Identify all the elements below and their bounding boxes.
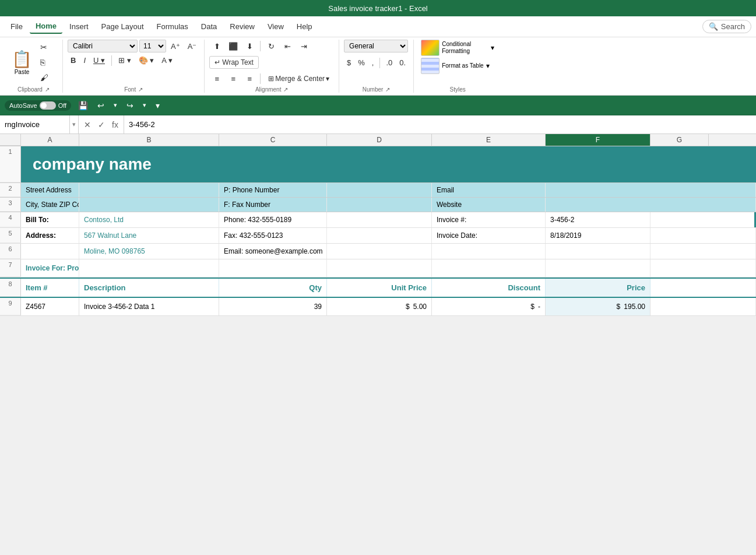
cell-b2[interactable] xyxy=(79,183,219,197)
menu-formulas[interactable]: Formulas xyxy=(151,20,194,33)
undo-button[interactable]: ↩ xyxy=(95,100,107,111)
fill-color-button[interactable]: 🎨 ▾ xyxy=(136,55,157,66)
cell-a6[interactable] xyxy=(21,244,79,259)
decrease-decimal-button[interactable]: 0. xyxy=(396,57,409,68)
align-middle-button[interactable]: ⬛ xyxy=(226,40,241,52)
cancel-formula-button[interactable]: ✕ xyxy=(82,119,93,131)
underline-button[interactable]: U ▾ xyxy=(90,55,108,66)
cell-b7[interactable] xyxy=(79,259,219,277)
cell-f3[interactable] xyxy=(546,198,756,212)
cell-a5[interactable]: Address: xyxy=(21,228,79,243)
cell-g6[interactable] xyxy=(650,244,756,259)
cell-b3[interactable] xyxy=(79,198,219,212)
number-expand-icon[interactable]: ↗ xyxy=(385,86,390,93)
redo-button[interactable]: ↪ xyxy=(124,100,136,111)
menu-home[interactable]: Home xyxy=(30,19,62,34)
increase-decimal-button[interactable]: .0 xyxy=(383,57,395,68)
number-format-select[interactable]: General xyxy=(344,40,408,52)
cell-c9-qty[interactable]: 39 xyxy=(219,298,327,315)
cell-d7[interactable] xyxy=(327,259,432,277)
format-painter-button[interactable]: 🖌 xyxy=(37,71,58,84)
table-header-qty[interactable]: Qty xyxy=(219,279,327,297)
col-header-c[interactable]: C xyxy=(219,134,327,146)
cell-a3[interactable]: City, State ZIP Code xyxy=(21,198,79,212)
customize-quick-access-button[interactable]: ▾ xyxy=(153,100,162,111)
col-header-f[interactable]: F xyxy=(546,134,650,146)
cell-e5[interactable]: Invoice Date: xyxy=(432,228,546,243)
cell-d3[interactable] xyxy=(327,198,432,212)
insert-function-button[interactable]: fx xyxy=(110,119,120,131)
merge-center-button[interactable]: ⊞ Merge & Center ▾ xyxy=(263,73,334,85)
align-center-button[interactable]: ≡ xyxy=(226,72,241,85)
menu-review[interactable]: Review xyxy=(224,20,261,33)
menu-data[interactable]: Data xyxy=(195,20,223,33)
redo-chevron[interactable]: ▾ xyxy=(140,100,149,110)
conditional-formatting-button[interactable]: Conditional Formatting ▾ xyxy=(421,40,494,56)
table-header-price[interactable]: Price xyxy=(546,279,650,297)
clipboard-expand-icon[interactable]: ↗ xyxy=(45,86,50,93)
align-left-button[interactable]: ≡ xyxy=(209,72,224,85)
italic-button[interactable]: I xyxy=(80,55,89,66)
align-right-button[interactable]: ≡ xyxy=(242,72,257,85)
cell-c6[interactable]: Email: someone@example.com xyxy=(219,244,327,259)
cell-e9-discount[interactable]: $ - xyxy=(432,298,546,315)
paste-button[interactable]: 📋 Paste xyxy=(9,47,34,78)
table-header-description[interactable]: Description xyxy=(79,279,219,297)
align-top-button[interactable]: ⬆ xyxy=(209,40,224,52)
cell-g7[interactable] xyxy=(650,259,756,277)
cell-b5[interactable]: 567 Walnut Lane xyxy=(79,228,219,243)
cell-c2[interactable]: P: Phone Number xyxy=(219,183,327,197)
font-size-select[interactable]: 11 xyxy=(139,40,166,52)
bold-button[interactable]: B xyxy=(68,55,79,66)
increase-font-button[interactable]: A⁺ xyxy=(168,41,183,52)
col-header-d[interactable]: D xyxy=(327,134,432,146)
cell-f2[interactable] xyxy=(546,183,756,197)
cell-d9-unit-price[interactable]: $ 5.00 xyxy=(327,298,432,315)
cell-f7[interactable] xyxy=(546,259,650,277)
borders-button[interactable]: ⊞ ▾ xyxy=(115,55,134,66)
cell-f4[interactable]: 3-456-2 xyxy=(546,212,650,227)
cell-a2[interactable]: Street Address xyxy=(21,183,79,197)
cell-c3[interactable]: F: Fax Number xyxy=(219,198,327,212)
wrap-text-button[interactable]: ↵ Wrap Text xyxy=(209,56,259,69)
cell-b6[interactable]: Moline, MO 098765 xyxy=(79,244,219,259)
cell-g9[interactable] xyxy=(650,298,756,315)
cell-f9-price[interactable]: $ 195.00 xyxy=(546,298,650,315)
name-box[interactable] xyxy=(0,115,70,134)
cell-e7[interactable] xyxy=(432,259,546,277)
cell-h8[interactable] xyxy=(650,279,756,297)
indent-decrease-button[interactable]: ⇤ xyxy=(280,40,295,52)
cell-e2[interactable]: Email xyxy=(432,183,546,197)
comma-button[interactable]: , xyxy=(369,57,377,68)
col-header-e[interactable]: E xyxy=(432,134,546,146)
col-header-g[interactable]: G xyxy=(650,134,709,146)
name-box-chevron[interactable]: ▾ xyxy=(70,121,78,128)
cell-g4[interactable] xyxy=(650,212,756,227)
percent-button[interactable]: % xyxy=(355,57,368,68)
menu-file[interactable]: File xyxy=(5,20,29,33)
confirm-formula-button[interactable]: ✓ xyxy=(96,119,107,131)
cell-b9-description[interactable]: Invoice 3-456-2 Data 1 xyxy=(79,298,219,315)
cut-button[interactable]: ✂ xyxy=(37,41,58,54)
menu-page-layout[interactable]: Page Layout xyxy=(96,20,150,33)
cell-d2[interactable] xyxy=(327,183,432,197)
cell-c7[interactable] xyxy=(219,259,327,277)
font-color-button[interactable]: A ▾ xyxy=(159,55,175,66)
cell-a7-invoice-for[interactable]: Invoice For: Project 2 xyxy=(21,259,79,277)
table-header-discount[interactable]: Discount xyxy=(432,279,546,297)
save-button[interactable]: 💾 xyxy=(76,100,90,111)
currency-button[interactable]: $ xyxy=(344,57,354,68)
cell-f5[interactable]: 8/18/2019 xyxy=(546,228,650,243)
cell-g5[interactable] xyxy=(650,228,756,243)
company-header-cell[interactable]: company name xyxy=(21,146,756,182)
alignment-expand-icon[interactable]: ↗ xyxy=(283,86,288,93)
decrease-font-button[interactable]: A⁻ xyxy=(185,41,200,52)
cell-d6[interactable] xyxy=(327,244,432,259)
menu-insert[interactable]: Insert xyxy=(64,20,94,33)
cell-a9-item[interactable]: Z4567 xyxy=(21,298,79,315)
cell-f6[interactable] xyxy=(546,244,650,259)
col-header-b[interactable]: B xyxy=(79,134,219,146)
cell-e6[interactable] xyxy=(432,244,546,259)
search-box[interactable]: 🔍 Search xyxy=(702,20,751,33)
cell-b4[interactable]: Contoso, Ltd xyxy=(79,212,219,227)
